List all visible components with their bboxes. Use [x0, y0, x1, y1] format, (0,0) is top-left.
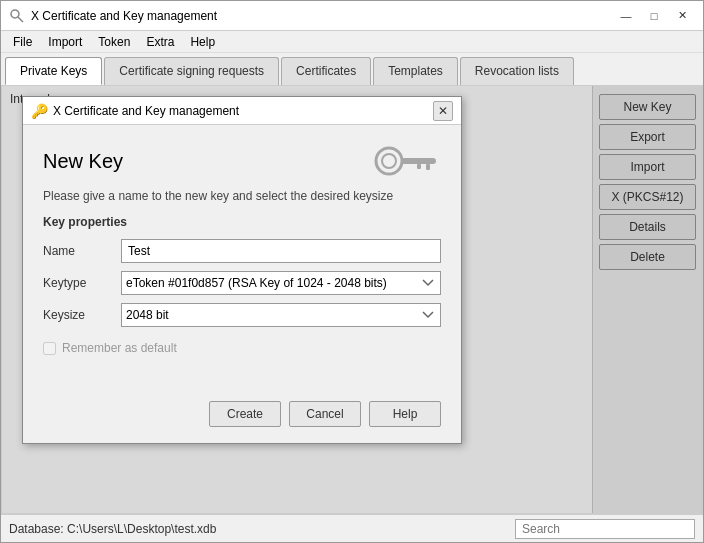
search-input[interactable] [515, 519, 695, 539]
create-button[interactable]: Create [209, 401, 281, 427]
name-label: Name [43, 244, 113, 258]
new-key-dialog: 🔑 X Certificate and Key management ✕ New… [22, 96, 462, 444]
dialog-title-bar: 🔑 X Certificate and Key management ✕ [23, 97, 461, 125]
menu-bar: File Import Token Extra Help [1, 31, 703, 53]
dialog-overlay: 🔑 X Certificate and Key management ✕ New… [2, 86, 702, 513]
svg-rect-4 [401, 158, 436, 164]
remember-label: Remember as default [62, 341, 177, 355]
svg-point-0 [11, 10, 19, 18]
keysize-label: Keysize [43, 308, 113, 322]
tabs-bar: Private Keys Certificate signing request… [1, 53, 703, 86]
tab-csr[interactable]: Certificate signing requests [104, 57, 279, 85]
dialog-title: X Certificate and Key management [53, 104, 433, 118]
dialog-close-button[interactable]: ✕ [433, 101, 453, 121]
key-image [371, 143, 441, 179]
main-window: X Certificate and Key management ― □ ✕ F… [0, 0, 704, 543]
remember-checkbox-row: Remember as default [43, 341, 441, 355]
svg-rect-5 [426, 164, 430, 170]
keysize-select[interactable]: 1024 bit 2048 bit [121, 303, 441, 327]
tab-templates[interactable]: Templates [373, 57, 458, 85]
dialog-main-title-row: New Key [43, 141, 441, 181]
cancel-button[interactable]: Cancel [289, 401, 361, 427]
window-controls: ― □ ✕ [613, 6, 695, 26]
dialog-heading: New Key [43, 150, 123, 173]
svg-line-1 [18, 17, 23, 22]
minimize-button[interactable]: ― [613, 6, 639, 26]
keysize-select-wrapper: 1024 bit 2048 bit [121, 303, 441, 327]
keytype-select[interactable]: eToken #01f0d857 (RSA Key of 1024 - 2048… [121, 271, 441, 295]
dialog-body: New Key [23, 125, 461, 391]
menu-help[interactable]: Help [182, 33, 223, 51]
svg-point-2 [376, 148, 402, 174]
database-path: C:\Users\L\Desktop\test.xdb [67, 522, 216, 536]
svg-rect-6 [417, 164, 421, 169]
dialog-buttons: Create Cancel Help [23, 391, 461, 443]
svg-point-3 [382, 154, 396, 168]
title-bar: X Certificate and Key management ― □ ✕ [1, 1, 703, 31]
tab-certificates[interactable]: Certificates [281, 57, 371, 85]
name-input[interactable] [121, 239, 441, 263]
keytype-label: Keytype [43, 276, 113, 290]
app-icon [9, 8, 25, 24]
tab-private-keys[interactable]: Private Keys [5, 57, 102, 85]
tab-revocation[interactable]: Revocation lists [460, 57, 574, 85]
maximize-button[interactable]: □ [641, 6, 667, 26]
dialog-subtitle: Please give a name to the new key and se… [43, 189, 441, 203]
menu-file[interactable]: File [5, 33, 40, 51]
key-icon [371, 141, 441, 181]
dialog-icon: 🔑 [31, 103, 47, 119]
menu-extra[interactable]: Extra [138, 33, 182, 51]
key-properties-form: Name Keytype eToken #01f0d857 (RSA Key o… [43, 239, 441, 327]
remember-checkbox[interactable] [43, 342, 56, 355]
status-bar: Database: C:\Users\L\Desktop\test.xdb [1, 514, 703, 542]
key-properties-label: Key properties [43, 215, 441, 229]
help-button[interactable]: Help [369, 401, 441, 427]
main-content: Internal na New Key Export Import X (PKC… [1, 86, 703, 514]
menu-token[interactable]: Token [90, 33, 138, 51]
close-button[interactable]: ✕ [669, 6, 695, 26]
database-label: Database: C:\Users\L\Desktop\test.xdb [9, 522, 507, 536]
keytype-select-wrapper: eToken #01f0d857 (RSA Key of 1024 - 2048… [121, 271, 441, 295]
menu-import[interactable]: Import [40, 33, 90, 51]
window-title: X Certificate and Key management [31, 9, 613, 23]
